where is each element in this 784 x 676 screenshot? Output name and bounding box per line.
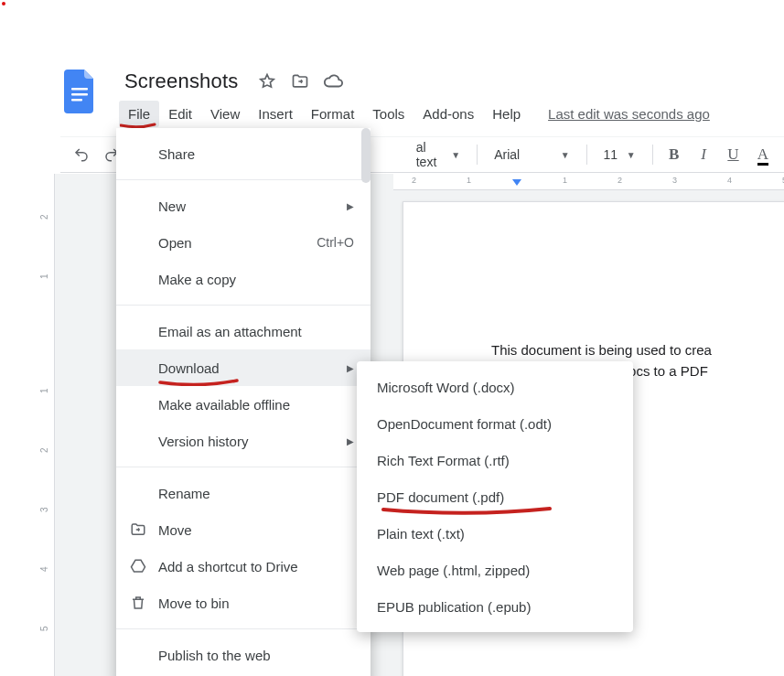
body-text-line: This document is being used to crea bbox=[491, 339, 784, 360]
menuitem-share[interactable]: Share bbox=[116, 135, 371, 172]
chevron-right-icon: ▶ bbox=[347, 201, 354, 211]
separator bbox=[116, 305, 371, 306]
chevron-right-icon: ▶ bbox=[347, 436, 354, 446]
folder-move-icon bbox=[129, 520, 147, 539]
submenu-epub[interactable]: EPUB publication (.epub) bbox=[357, 588, 633, 625]
submenu-label: PDF document (.pdf) bbox=[377, 489, 504, 505]
text-color-glyph: A bbox=[757, 145, 768, 164]
menuitem-label: Download bbox=[158, 360, 220, 376]
submenu-pdf[interactable]: PDF document (.pdf) bbox=[357, 478, 633, 515]
ruler-tick: 1 bbox=[563, 176, 567, 185]
menu-format[interactable]: Format bbox=[302, 101, 364, 127]
menuitem-email[interactable]: Email as an attachment bbox=[116, 313, 371, 349]
undo-button[interactable] bbox=[70, 141, 93, 168]
ruler-tick: 2 bbox=[39, 214, 49, 220]
submenu-label: Plain text (.txt) bbox=[377, 526, 465, 542]
menuitem-move[interactable]: Move bbox=[116, 511, 371, 548]
separator bbox=[652, 145, 653, 165]
cloud-status-icon[interactable] bbox=[323, 71, 343, 91]
annotation-pdf-underline bbox=[381, 506, 554, 515]
underline-button[interactable]: U bbox=[721, 141, 745, 168]
ruler-tick: 1 bbox=[39, 274, 49, 279]
menuitem-version-history[interactable]: Version history▶ bbox=[116, 423, 371, 459]
text-color-button[interactable]: A bbox=[751, 141, 775, 168]
submenu-rtf[interactable]: Rich Text Format (.rtf) bbox=[357, 442, 633, 478]
italic-button[interactable]: I bbox=[692, 141, 715, 168]
menuitem-label: Share bbox=[158, 146, 195, 162]
menuitem-open[interactable]: OpenCtrl+O bbox=[116, 224, 371, 261]
menu-view[interactable]: View bbox=[201, 101, 249, 127]
font-size-label: 11 bbox=[604, 147, 618, 162]
menuitem-trash[interactable]: Move to bin bbox=[116, 585, 371, 621]
submenu-label: EPUB publication (.epub) bbox=[377, 599, 531, 615]
svg-rect-0 bbox=[71, 88, 88, 91]
bold-button[interactable]: B bbox=[662, 141, 686, 168]
separator bbox=[116, 467, 371, 467]
menuitem-new[interactable]: New▶ bbox=[116, 188, 371, 224]
font-label: Arial bbox=[494, 147, 520, 162]
ruler-tick: 3 bbox=[39, 507, 49, 512]
last-edit-link[interactable]: Last edit was seconds ago bbox=[548, 106, 710, 122]
menu-help[interactable]: Help bbox=[483, 101, 530, 127]
menubar: File Edit View Insert Format Tools Add-o… bbox=[119, 101, 710, 127]
ruler-tick: 3 bbox=[672, 176, 677, 185]
font-size-select[interactable]: 11▼ bbox=[596, 142, 643, 167]
star-icon[interactable] bbox=[257, 71, 277, 91]
font-select[interactable]: Arial▼ bbox=[487, 142, 577, 167]
svg-rect-1 bbox=[71, 93, 88, 96]
caret-down-icon: ▼ bbox=[451, 150, 460, 160]
menu-insert[interactable]: Insert bbox=[249, 101, 302, 127]
submenu-html[interactable]: Web page (.html, zipped) bbox=[357, 552, 633, 588]
trash-icon bbox=[129, 594, 147, 612]
menuitem-publish[interactable]: Publish to the web bbox=[116, 637, 371, 673]
download-submenu: Microsoft Word (.docx) OpenDocument form… bbox=[357, 361, 633, 632]
submenu-odt[interactable]: OpenDocument format (.odt) bbox=[357, 405, 633, 442]
menuitem-label: Make a copy bbox=[158, 272, 236, 287]
ruler-tick: 2 bbox=[618, 176, 622, 185]
menuitem-label: Version history bbox=[158, 434, 248, 449]
shortcut-label: Ctrl+O bbox=[317, 235, 354, 250]
menuitem-download[interactable]: Download ▶ bbox=[116, 349, 371, 386]
ruler-tick: 5 bbox=[39, 626, 49, 631]
separator bbox=[116, 179, 371, 180]
submenu-label: Web page (.html, zipped) bbox=[377, 563, 530, 578]
annotation-download-underline bbox=[158, 379, 241, 386]
ruler-tick: 4 bbox=[727, 176, 732, 185]
ruler-tick: 1 bbox=[39, 388, 49, 393]
paragraph-style-select[interactable]: al text▼ bbox=[409, 142, 468, 167]
separator bbox=[586, 145, 587, 165]
menuitem-label: Make available offline bbox=[158, 397, 290, 413]
ruler-tick: 1 bbox=[467, 176, 471, 185]
menu-tools[interactable]: Tools bbox=[363, 101, 413, 127]
submenu-label: Rich Text Format (.rtf) bbox=[377, 453, 510, 468]
paragraph-style-label: al text bbox=[416, 140, 445, 169]
menuitem-rename[interactable]: Rename bbox=[116, 475, 371, 511]
menuitem-label: Open bbox=[158, 235, 192, 251]
menu-addons[interactable]: Add-ons bbox=[413, 101, 483, 127]
ruler-indent-marker[interactable] bbox=[512, 179, 521, 186]
menuitem-label: Publish to the web bbox=[158, 648, 271, 663]
menu-edit[interactable]: Edit bbox=[159, 101, 201, 127]
chevron-right-icon: ▶ bbox=[347, 363, 354, 373]
separator bbox=[477, 145, 478, 165]
ruler-tick: 2 bbox=[39, 447, 49, 453]
vertical-ruler: 2 1 1 2 3 4 5 bbox=[37, 174, 55, 676]
separator bbox=[116, 628, 371, 629]
file-menu-dropdown: Share New▶ OpenCtrl+O Make a copy Email … bbox=[116, 128, 371, 676]
menuitem-add-shortcut[interactable]: Add a shortcut to Drive bbox=[116, 548, 371, 585]
menuitem-label: Move bbox=[158, 522, 192, 538]
document-title[interactable]: Screenshots bbox=[119, 68, 244, 95]
move-folder-icon[interactable] bbox=[290, 71, 310, 91]
menuitem-offline[interactable]: Make available offline bbox=[116, 386, 371, 423]
ruler-tick: 2 bbox=[412, 176, 416, 185]
menuitem-label: Rename bbox=[158, 486, 210, 501]
submenu-label: Microsoft Word (.docx) bbox=[377, 380, 515, 395]
submenu-txt[interactable]: Plain text (.txt) bbox=[357, 515, 633, 552]
horizontal-ruler: 2 1 1 2 3 4 5 bbox=[393, 174, 784, 190]
submenu-docx[interactable]: Microsoft Word (.docx) bbox=[357, 369, 633, 405]
annotation-dot bbox=[2, 2, 5, 5]
menuitem-make-copy[interactable]: Make a copy bbox=[116, 261, 371, 297]
docs-logo bbox=[64, 70, 97, 113]
caret-down-icon: ▼ bbox=[561, 150, 570, 160]
menuitem-label: New bbox=[158, 199, 186, 214]
